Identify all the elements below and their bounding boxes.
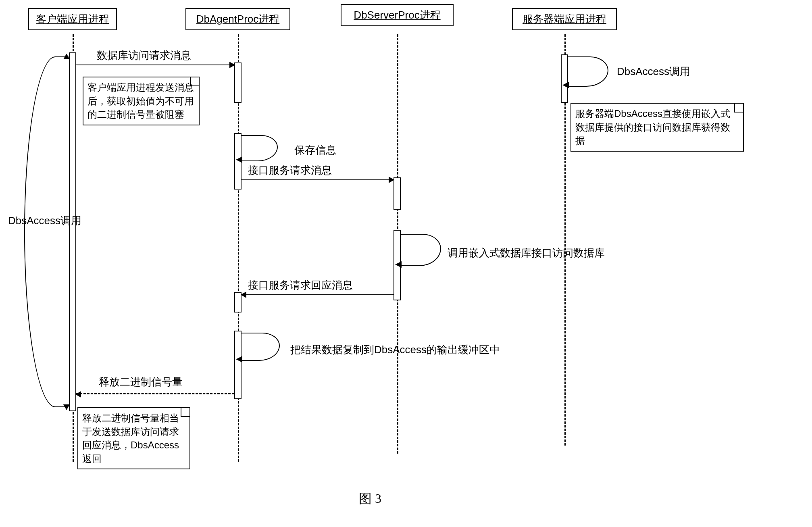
label-interface-request: 接口服务请求消息 [248,163,332,177]
lifeline-header-server-app: 服务器端应用进程 [512,8,617,30]
activation-agent-4 [234,331,242,399]
lifeline-header-server: DbServerProc进程 [341,4,454,26]
note-text: 释放二进制信号量相当于发送数据库访问请求回应消息，DbsAccess返回 [82,412,179,464]
activation-server-app [561,54,568,103]
label-dbsaccess-right: DbsAccess调用 [617,65,690,79]
label-save-info: 保存信息 [294,143,336,157]
activation-client [69,52,76,411]
activation-agent-1 [234,62,242,103]
label-release-semaphore: 释放二进制信号量 [99,375,183,389]
activation-agent-3 [234,292,242,312]
note-text: 客户端应用进程发送消息后，获取初始值为不可用的二进制信号量被阻塞 [87,82,194,120]
lifeline-header-client: 客户端应用进程 [28,8,117,30]
sequence-diagram: 客户端应用进程 DbAgentProc进程 DbServerProc进程 服务器… [0,0,812,527]
lifeline-header-agent: DbAgentProc进程 [185,8,290,30]
figure-label: 图 3 [359,490,381,508]
lifeline-label: DbServerProc进程 [354,9,440,21]
label-dbsaccess-call: DbsAccess调用 [8,214,81,228]
arrow-db-access-request [76,65,234,65]
note-server-app: 服务器端DbsAccess直接使用嵌入式数据库提供的接口访问数据库获得数据 [570,103,744,152]
label-db-access-request: 数据库访问请求消息 [97,48,191,62]
arrow-release-semaphore [76,393,234,394]
arrow-interface-request [242,179,394,180]
self-loop-embedded-db [401,234,441,266]
note-release: 释放二进制信号量相当于发送数据库访问请求回应消息，DbsAccess返回 [77,407,190,469]
label-call-embedded: 调用嵌入式数据库接口访问数据库 [448,246,605,260]
self-loop-save-info [242,135,278,161]
lifeline-label: 客户端应用进程 [36,13,109,25]
lifeline-label: DbAgentProc进程 [196,13,280,25]
note-client-blocked: 客户端应用进程发送消息后，获取初始值为不可用的二进制信号量被阻塞 [83,77,200,125]
lifeline-label: 服务器端应用进程 [523,13,606,25]
self-call-dbsaccess [24,56,69,407]
activation-server-1 [394,177,401,210]
label-copy-result: 把结果数据复制到DbsAccess的输出缓冲区中 [290,343,500,357]
self-loop-dbsaccess-right [568,56,608,87]
self-loop-copy-result [242,333,280,361]
label-interface-response: 接口服务请求回应消息 [248,278,353,292]
arrow-interface-response [242,294,394,295]
note-text: 服务器端DbsAccess直接使用嵌入式数据库提供的接口访问数据库获得数据 [575,108,730,146]
